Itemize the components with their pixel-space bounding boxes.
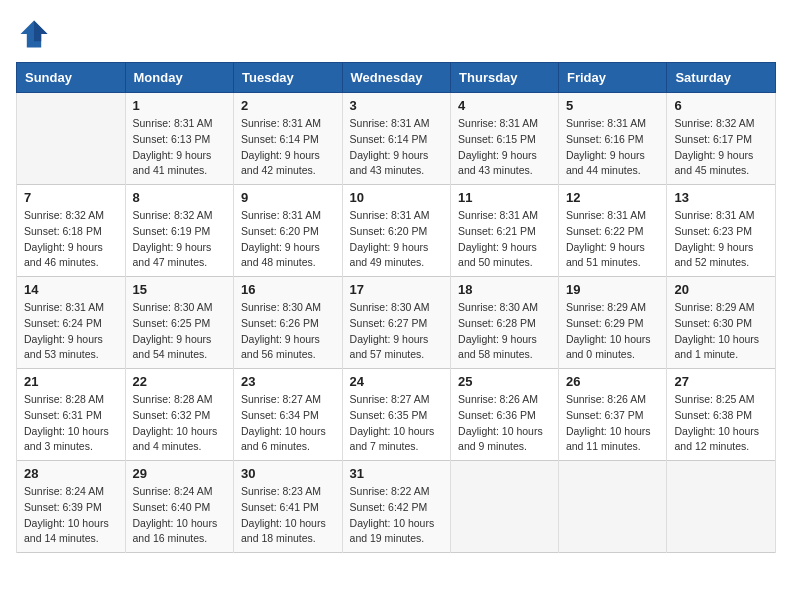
column-header-friday: Friday bbox=[558, 63, 667, 93]
day-number: 29 bbox=[133, 466, 227, 481]
day-number: 18 bbox=[458, 282, 551, 297]
day-info: Sunrise: 8:26 AMSunset: 6:36 PMDaylight:… bbox=[458, 392, 551, 455]
calendar-cell: 15Sunrise: 8:30 AMSunset: 6:25 PMDayligh… bbox=[125, 277, 234, 369]
calendar-cell: 20Sunrise: 8:29 AMSunset: 6:30 PMDayligh… bbox=[667, 277, 776, 369]
day-number: 17 bbox=[350, 282, 444, 297]
day-info: Sunrise: 8:31 AMSunset: 6:22 PMDaylight:… bbox=[566, 208, 660, 271]
calendar-cell: 10Sunrise: 8:31 AMSunset: 6:20 PMDayligh… bbox=[342, 185, 451, 277]
calendar-cell: 1Sunrise: 8:31 AMSunset: 6:13 PMDaylight… bbox=[125, 93, 234, 185]
day-info: Sunrise: 8:31 AMSunset: 6:24 PMDaylight:… bbox=[24, 300, 118, 363]
day-number: 28 bbox=[24, 466, 118, 481]
day-number: 31 bbox=[350, 466, 444, 481]
day-info: Sunrise: 8:30 AMSunset: 6:25 PMDaylight:… bbox=[133, 300, 227, 363]
day-info: Sunrise: 8:32 AMSunset: 6:18 PMDaylight:… bbox=[24, 208, 118, 271]
day-number: 13 bbox=[674, 190, 768, 205]
column-header-saturday: Saturday bbox=[667, 63, 776, 93]
day-number: 9 bbox=[241, 190, 335, 205]
day-info: Sunrise: 8:31 AMSunset: 6:20 PMDaylight:… bbox=[350, 208, 444, 271]
column-header-wednesday: Wednesday bbox=[342, 63, 451, 93]
calendar-cell: 18Sunrise: 8:30 AMSunset: 6:28 PMDayligh… bbox=[451, 277, 559, 369]
day-number: 19 bbox=[566, 282, 660, 297]
calendar-cell: 9Sunrise: 8:31 AMSunset: 6:20 PMDaylight… bbox=[234, 185, 343, 277]
calendar-cell: 23Sunrise: 8:27 AMSunset: 6:34 PMDayligh… bbox=[234, 369, 343, 461]
day-number: 7 bbox=[24, 190, 118, 205]
calendar-cell: 6Sunrise: 8:32 AMSunset: 6:17 PMDaylight… bbox=[667, 93, 776, 185]
day-info: Sunrise: 8:31 AMSunset: 6:20 PMDaylight:… bbox=[241, 208, 335, 271]
day-info: Sunrise: 8:32 AMSunset: 6:19 PMDaylight:… bbox=[133, 208, 227, 271]
day-info: Sunrise: 8:29 AMSunset: 6:29 PMDaylight:… bbox=[566, 300, 660, 363]
page-header bbox=[16, 16, 776, 52]
column-header-monday: Monday bbox=[125, 63, 234, 93]
day-info: Sunrise: 8:25 AMSunset: 6:38 PMDaylight:… bbox=[674, 392, 768, 455]
day-info: Sunrise: 8:29 AMSunset: 6:30 PMDaylight:… bbox=[674, 300, 768, 363]
calendar-cell: 16Sunrise: 8:30 AMSunset: 6:26 PMDayligh… bbox=[234, 277, 343, 369]
day-number: 6 bbox=[674, 98, 768, 113]
calendar-cell: 27Sunrise: 8:25 AMSunset: 6:38 PMDayligh… bbox=[667, 369, 776, 461]
calendar-cell: 25Sunrise: 8:26 AMSunset: 6:36 PMDayligh… bbox=[451, 369, 559, 461]
day-number: 21 bbox=[24, 374, 118, 389]
day-number: 26 bbox=[566, 374, 660, 389]
day-info: Sunrise: 8:31 AMSunset: 6:13 PMDaylight:… bbox=[133, 116, 227, 179]
calendar-cell: 7Sunrise: 8:32 AMSunset: 6:18 PMDaylight… bbox=[17, 185, 126, 277]
calendar-cell: 11Sunrise: 8:31 AMSunset: 6:21 PMDayligh… bbox=[451, 185, 559, 277]
day-number: 25 bbox=[458, 374, 551, 389]
day-number: 8 bbox=[133, 190, 227, 205]
day-number: 4 bbox=[458, 98, 551, 113]
day-number: 3 bbox=[350, 98, 444, 113]
column-header-sunday: Sunday bbox=[17, 63, 126, 93]
day-number: 1 bbox=[133, 98, 227, 113]
calendar-cell: 22Sunrise: 8:28 AMSunset: 6:32 PMDayligh… bbox=[125, 369, 234, 461]
calendar-cell: 28Sunrise: 8:24 AMSunset: 6:39 PMDayligh… bbox=[17, 461, 126, 553]
calendar-cell bbox=[17, 93, 126, 185]
calendar-cell: 17Sunrise: 8:30 AMSunset: 6:27 PMDayligh… bbox=[342, 277, 451, 369]
day-number: 10 bbox=[350, 190, 444, 205]
day-info: Sunrise: 8:27 AMSunset: 6:35 PMDaylight:… bbox=[350, 392, 444, 455]
svg-marker-1 bbox=[34, 21, 48, 42]
day-number: 23 bbox=[241, 374, 335, 389]
calendar-cell: 14Sunrise: 8:31 AMSunset: 6:24 PMDayligh… bbox=[17, 277, 126, 369]
day-info: Sunrise: 8:32 AMSunset: 6:17 PMDaylight:… bbox=[674, 116, 768, 179]
calendar-week-3: 14Sunrise: 8:31 AMSunset: 6:24 PMDayligh… bbox=[17, 277, 776, 369]
calendar-cell bbox=[451, 461, 559, 553]
day-info: Sunrise: 8:30 AMSunset: 6:28 PMDaylight:… bbox=[458, 300, 551, 363]
column-header-tuesday: Tuesday bbox=[234, 63, 343, 93]
day-info: Sunrise: 8:22 AMSunset: 6:42 PMDaylight:… bbox=[350, 484, 444, 547]
calendar-cell: 19Sunrise: 8:29 AMSunset: 6:29 PMDayligh… bbox=[558, 277, 667, 369]
calendar-cell: 12Sunrise: 8:31 AMSunset: 6:22 PMDayligh… bbox=[558, 185, 667, 277]
calendar-cell: 21Sunrise: 8:28 AMSunset: 6:31 PMDayligh… bbox=[17, 369, 126, 461]
column-header-thursday: Thursday bbox=[451, 63, 559, 93]
calendar-cell: 5Sunrise: 8:31 AMSunset: 6:16 PMDaylight… bbox=[558, 93, 667, 185]
day-info: Sunrise: 8:30 AMSunset: 6:27 PMDaylight:… bbox=[350, 300, 444, 363]
calendar-week-1: 1Sunrise: 8:31 AMSunset: 6:13 PMDaylight… bbox=[17, 93, 776, 185]
calendar-header-row: SundayMondayTuesdayWednesdayThursdayFrid… bbox=[17, 63, 776, 93]
calendar-week-4: 21Sunrise: 8:28 AMSunset: 6:31 PMDayligh… bbox=[17, 369, 776, 461]
day-info: Sunrise: 8:23 AMSunset: 6:41 PMDaylight:… bbox=[241, 484, 335, 547]
day-info: Sunrise: 8:26 AMSunset: 6:37 PMDaylight:… bbox=[566, 392, 660, 455]
day-info: Sunrise: 8:31 AMSunset: 6:23 PMDaylight:… bbox=[674, 208, 768, 271]
day-info: Sunrise: 8:30 AMSunset: 6:26 PMDaylight:… bbox=[241, 300, 335, 363]
calendar-cell: 3Sunrise: 8:31 AMSunset: 6:14 PMDaylight… bbox=[342, 93, 451, 185]
calendar-week-5: 28Sunrise: 8:24 AMSunset: 6:39 PMDayligh… bbox=[17, 461, 776, 553]
day-number: 15 bbox=[133, 282, 227, 297]
calendar-cell: 4Sunrise: 8:31 AMSunset: 6:15 PMDaylight… bbox=[451, 93, 559, 185]
day-info: Sunrise: 8:24 AMSunset: 6:39 PMDaylight:… bbox=[24, 484, 118, 547]
day-number: 5 bbox=[566, 98, 660, 113]
calendar-cell: 26Sunrise: 8:26 AMSunset: 6:37 PMDayligh… bbox=[558, 369, 667, 461]
day-info: Sunrise: 8:27 AMSunset: 6:34 PMDaylight:… bbox=[241, 392, 335, 455]
day-number: 24 bbox=[350, 374, 444, 389]
logo bbox=[16, 16, 56, 52]
day-info: Sunrise: 8:31 AMSunset: 6:14 PMDaylight:… bbox=[350, 116, 444, 179]
calendar-cell: 31Sunrise: 8:22 AMSunset: 6:42 PMDayligh… bbox=[342, 461, 451, 553]
day-number: 20 bbox=[674, 282, 768, 297]
calendar-week-2: 7Sunrise: 8:32 AMSunset: 6:18 PMDaylight… bbox=[17, 185, 776, 277]
calendar-cell: 8Sunrise: 8:32 AMSunset: 6:19 PMDaylight… bbox=[125, 185, 234, 277]
calendar-cell: 2Sunrise: 8:31 AMSunset: 6:14 PMDaylight… bbox=[234, 93, 343, 185]
day-number: 27 bbox=[674, 374, 768, 389]
day-info: Sunrise: 8:28 AMSunset: 6:31 PMDaylight:… bbox=[24, 392, 118, 455]
day-info: Sunrise: 8:31 AMSunset: 6:14 PMDaylight:… bbox=[241, 116, 335, 179]
calendar-cell bbox=[558, 461, 667, 553]
day-info: Sunrise: 8:31 AMSunset: 6:15 PMDaylight:… bbox=[458, 116, 551, 179]
logo-icon bbox=[16, 16, 52, 52]
day-number: 11 bbox=[458, 190, 551, 205]
day-number: 30 bbox=[241, 466, 335, 481]
